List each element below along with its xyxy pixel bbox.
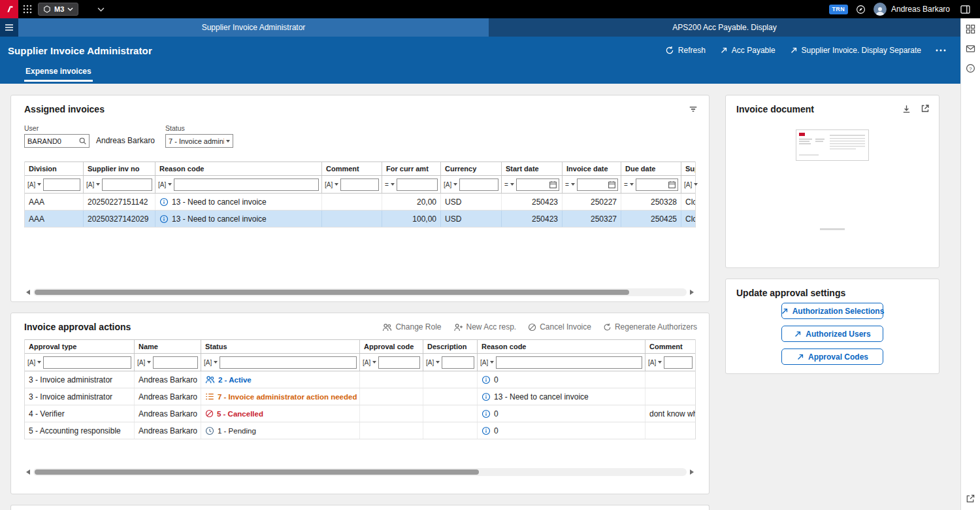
column-header-due-date[interactable]: Due date xyxy=(621,162,681,175)
workspace-tab-supplier-invoice-administrator[interactable]: Supplier Invoice Administrator xyxy=(18,18,489,37)
refresh-button[interactable]: Refresh xyxy=(665,46,706,55)
download-icon[interactable] xyxy=(902,104,911,114)
approval-row[interactable]: 4 - Verifier Andreas Barkaro 5 - Cancell… xyxy=(25,405,695,422)
filter-operator-dropdown[interactable]: [A] xyxy=(363,359,376,366)
column-header-invoice-date[interactable]: Invoice date xyxy=(563,162,621,175)
filter-operator-dropdown[interactable]: [A] xyxy=(684,181,698,188)
column-header-reason-code[interactable]: Reason code xyxy=(478,340,645,353)
filter-input-reason-code[interactable] xyxy=(496,356,642,369)
filter-input-currency[interactable] xyxy=(459,178,498,191)
filter-operator-dropdown[interactable]: = xyxy=(565,181,575,188)
filter-input-comment[interactable] xyxy=(340,178,379,191)
user-input[interactable] xyxy=(27,137,78,145)
scroll-right-arrow[interactable] xyxy=(688,468,696,476)
ribbon-collapse-icon[interactable] xyxy=(93,0,109,18)
regenerate-authorizers-button[interactable]: Regenerate Authorizers xyxy=(603,322,697,332)
change-role-button[interactable]: Change Role xyxy=(382,322,441,332)
filter-input-for-curr-amt[interactable] xyxy=(397,178,438,191)
filter-operator-dropdown[interactable]: [A] xyxy=(86,181,100,188)
column-header-division[interactable]: Division xyxy=(25,162,84,175)
workspace-tab-aps200-acc-payable[interactable]: APS200 Acc Payable. Display xyxy=(489,18,960,37)
info-icon[interactable] xyxy=(482,392,491,401)
horizontal-scrollbar[interactable] xyxy=(24,288,696,297)
approval-row[interactable]: 3 - Invoice administrator Andreas Barkar… xyxy=(25,388,695,405)
filter-operator-dropdown[interactable]: = xyxy=(385,181,395,188)
invoice-row[interactable]: AAA 20250227151142 13 - Need to cancel i… xyxy=(25,194,695,211)
scrollbar-thumb[interactable] xyxy=(35,290,629,295)
acc-payable-link[interactable]: Acc Payable xyxy=(720,46,776,55)
panel-toggle-icon[interactable] xyxy=(956,0,975,18)
approval-row[interactable]: 3 - Invoice administrator Andreas Barkar… xyxy=(25,371,695,388)
tab-expense-invoices[interactable]: Expense invoices xyxy=(24,64,93,82)
info-icon[interactable] xyxy=(482,426,491,435)
filter-list-icon[interactable] xyxy=(688,105,698,114)
filter-input-approval-code[interactable] xyxy=(378,356,420,369)
column-header-start-date[interactable]: Start date xyxy=(502,162,563,175)
column-header-supplier-inv-no[interactable]: Supplier inv no xyxy=(84,162,155,175)
filter-operator-dropdown[interactable]: [A] xyxy=(444,181,457,188)
share-icon[interactable] xyxy=(966,494,975,503)
filter-operator-dropdown[interactable]: [A] xyxy=(648,359,662,366)
widgets-icon[interactable] xyxy=(966,24,975,34)
menu-icon[interactable] xyxy=(0,18,18,37)
column-header-comment[interactable]: Comment xyxy=(322,162,382,175)
infor-logo-icon[interactable] xyxy=(0,0,18,18)
filter-operator-dropdown[interactable]: [A] xyxy=(27,181,41,188)
column-header-currency[interactable]: Currency xyxy=(441,162,502,175)
authorization-selections-button[interactable]: Authorization Selections xyxy=(781,303,883,319)
filter-input-invoice-date[interactable] xyxy=(577,178,618,191)
column-header-approval-type[interactable]: Approval type xyxy=(25,340,135,353)
compass-icon[interactable] xyxy=(851,0,870,18)
more-options-button[interactable] xyxy=(936,48,946,52)
product-switcher-button[interactable]: M3 xyxy=(38,3,78,16)
filter-operator-dropdown[interactable]: [A] xyxy=(27,359,41,366)
user-field[interactable] xyxy=(24,134,90,148)
filter-input-comment[interactable] xyxy=(664,356,693,369)
scroll-right-arrow[interactable] xyxy=(688,288,696,296)
approval-codes-button[interactable]: Approval Codes xyxy=(781,348,883,365)
invoice-row[interactable]: AAA 20250327142029 13 - Need to cancel i… xyxy=(25,211,695,228)
scroll-left-arrow[interactable] xyxy=(24,288,32,296)
cancel-invoice-button[interactable]: Cancel Invoice xyxy=(528,322,591,332)
filter-input-approval-type[interactable] xyxy=(43,356,131,369)
column-header-status[interactable]: Status xyxy=(201,340,360,353)
filter-input-description[interactable] xyxy=(442,356,474,369)
scrollbar-thumb[interactable] xyxy=(35,469,479,475)
open-external-icon[interactable] xyxy=(921,104,930,114)
inbox-icon[interactable] xyxy=(966,44,975,53)
filter-operator-dropdown[interactable]: = xyxy=(624,181,634,188)
column-header-comment[interactable]: Comment xyxy=(645,340,695,353)
user-name[interactable]: Andreas Barkaro xyxy=(891,5,950,14)
column-header-description[interactable]: Description xyxy=(423,340,478,353)
info-icon[interactable] xyxy=(482,409,491,418)
filter-operator-dropdown[interactable]: [A] xyxy=(137,359,151,366)
column-header-name[interactable]: Name xyxy=(135,340,201,353)
filter-operator-dropdown[interactable]: [A] xyxy=(426,359,440,366)
column-header-reason-code[interactable]: Reason code xyxy=(155,162,322,175)
horizontal-scrollbar[interactable] xyxy=(24,468,696,477)
filter-input-division[interactable] xyxy=(43,178,80,191)
filter-input-name[interactable] xyxy=(153,356,198,369)
status-dropdown[interactable]: 7 - Invoice adminis... xyxy=(165,134,233,148)
supplier-invoice-display-separate-link[interactable]: Supplier Invoice. Display Separate xyxy=(790,46,921,55)
column-header-for-curr-amt[interactable]: For curr amt xyxy=(382,162,441,175)
filter-input-supplier-inv-no[interactable] xyxy=(102,178,152,191)
filter-input-start-date[interactable] xyxy=(516,178,559,191)
filter-operator-dropdown[interactable]: [A] xyxy=(158,181,172,188)
authorized-users-button[interactable]: Authorized Users xyxy=(781,326,883,342)
scrollbar-track[interactable] xyxy=(33,468,687,476)
info-icon[interactable] xyxy=(159,197,169,207)
avatar[interactable] xyxy=(874,3,887,16)
filter-input-due-date[interactable] xyxy=(636,178,678,191)
filter-input-status[interactable] xyxy=(220,356,357,369)
filter-operator-dropdown[interactable]: = xyxy=(504,181,514,188)
invoice-document-thumbnail[interactable] xyxy=(796,129,869,161)
new-acc-resp-button[interactable]: New Acc resp. xyxy=(453,322,517,332)
help-icon[interactable]: ? xyxy=(966,63,975,73)
column-header-approval-code[interactable]: Approval code xyxy=(360,340,423,353)
filter-operator-dropdown[interactable]: [A] xyxy=(325,181,338,188)
browse-icon[interactable] xyxy=(78,137,87,145)
info-icon[interactable] xyxy=(159,214,169,224)
scrollbar-track[interactable] xyxy=(33,288,687,296)
scroll-left-arrow[interactable] xyxy=(24,468,32,476)
